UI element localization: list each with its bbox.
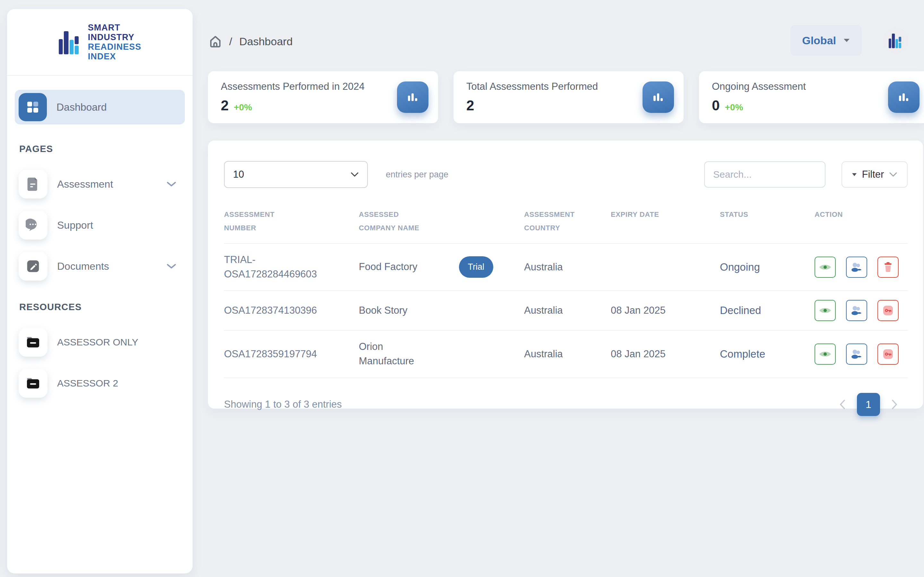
support-chat-icon (19, 211, 47, 240)
stat-delta: +0% (725, 102, 743, 113)
column-header: ACTION (814, 208, 908, 221)
logo-line: READINESS (88, 42, 142, 52)
sidebar-nav: Dashboard PAGES Assessment (7, 76, 192, 401)
avatar[interactable] (883, 27, 909, 53)
manage-users-button[interactable] (846, 256, 867, 278)
search-input[interactable] (704, 161, 825, 188)
expiry-cell: 08 Jan 2025 (611, 305, 720, 316)
sidebar-item-label: ASSESSOR ONLY (57, 337, 138, 348)
home-icon[interactable] (208, 35, 222, 48)
table-row: TRIAL-OSA1728284469603 Food Factory Tria… (224, 244, 908, 291)
breadcrumb-page[interactable]: Dashboard (239, 35, 292, 48)
sidebar-item-assessor-2[interactable]: ASSESSOR 2 (15, 366, 185, 401)
users-icon (851, 349, 863, 359)
column-header[interactable]: ASSESSED COMPANY NAME (359, 208, 524, 235)
documents-pencil-icon (19, 252, 47, 280)
assessment-file-icon (19, 170, 47, 198)
entries-per-page-select[interactable]: 10 (224, 161, 368, 188)
status-cell: Declined (720, 305, 814, 317)
sidebar-item-assessor-only[interactable]: ASSESSOR ONLY (15, 325, 185, 360)
column-header[interactable]: EXPIRY DATE (611, 208, 720, 221)
pagination: 1 (839, 393, 898, 416)
page-1-button[interactable]: 1 (857, 393, 880, 416)
stat-cards: Assessments Performed in 2024 2 +0% Tota… (208, 71, 924, 123)
table-controls: 10 entries per page Filter (224, 161, 908, 188)
company-name: Orion Manufacture (359, 340, 439, 369)
manage-users-button[interactable] (846, 343, 867, 365)
view-button[interactable] (814, 343, 836, 365)
entries-per-page-label: entries per page (386, 170, 448, 180)
bar-chart-icon (397, 81, 428, 113)
company-name: Food Factory (359, 260, 418, 274)
view-button[interactable] (814, 256, 836, 278)
stat-value: 2 (466, 98, 474, 114)
chevron-down-icon[interactable] (166, 181, 176, 187)
company-cell: Book Story (359, 303, 524, 318)
table-footer: Showing 1 to 3 of 3 entries 1 (224, 393, 908, 416)
company-name: Book Story (359, 303, 408, 318)
column-header[interactable]: STATUS (720, 208, 814, 221)
stat-card-ongoing: Ongoing Assessment 0 +0% (699, 71, 924, 123)
folder-icon (19, 328, 47, 357)
region-selector-label: Global (802, 34, 836, 47)
app-logo: SMART INDUSTRY READINESS INDEX (7, 9, 192, 76)
row-actions (814, 256, 908, 278)
topbar-right: Global (790, 25, 909, 56)
users-icon (851, 262, 863, 272)
logo-line: INDEX (88, 52, 142, 61)
sidebar-item-label: Assessment (57, 178, 113, 190)
eye-icon (819, 350, 832, 359)
stat-value: 2 (221, 98, 228, 114)
column-header[interactable]: ASSESSMENT NUMBER (224, 208, 359, 235)
filter-button[interactable]: Filter (842, 161, 908, 188)
stat-value: 0 (712, 98, 720, 114)
sidebar-item-label: Dashboard (57, 102, 107, 113)
chevron-down-icon (889, 172, 897, 177)
stat-card-total: Total Assessments Performed 2 (454, 71, 683, 123)
stat-card-2024: Assessments Performed in 2024 2 +0% (208, 71, 438, 123)
avatar-logo-bars-icon (888, 32, 903, 49)
bar-chart-icon (643, 81, 674, 113)
sidebar-item-label: ASSESSOR 2 (57, 378, 118, 389)
chevron-down-icon[interactable] (166, 263, 176, 269)
next-page-icon[interactable] (891, 399, 898, 410)
sidebar-item-label: Documents (57, 260, 109, 272)
bar-chart-icon (888, 81, 919, 113)
assessments-table-card: 10 entries per page Filter ASSESSMENT NU… (208, 140, 923, 409)
key-icon (882, 348, 894, 360)
sidebar-item-support[interactable]: Support (15, 208, 185, 243)
row-actions (814, 343, 908, 365)
key-button[interactable] (877, 343, 899, 365)
sidebar-item-documents[interactable]: Documents (15, 248, 185, 284)
assessment-number-cell: OSA1728359197794 (224, 347, 359, 361)
column-header[interactable]: ASSESSMENT COUNTRY (524, 208, 611, 235)
sidebar-item-assessment[interactable]: Assessment (15, 166, 185, 202)
showing-entries-text: Showing 1 to 3 of 3 entries (224, 399, 342, 410)
trash-icon (883, 262, 893, 272)
sidebar-item-dashboard[interactable]: Dashboard (15, 90, 185, 124)
stat-delta: +0% (234, 102, 252, 113)
previous-page-icon[interactable] (839, 399, 846, 410)
users-icon (851, 305, 863, 316)
trial-badge: Trial (459, 256, 494, 278)
view-button[interactable] (814, 300, 836, 321)
country-cell: Australia (524, 348, 611, 360)
manage-users-button[interactable] (846, 300, 867, 321)
region-selector-button[interactable]: Global (790, 25, 862, 56)
company-cell: Orion Manufacture (359, 340, 524, 369)
filter-label: Filter (862, 169, 884, 180)
delete-button[interactable] (877, 256, 899, 278)
country-cell: Australia (524, 305, 611, 316)
chevron-down-icon (351, 172, 359, 177)
folder-icon (19, 369, 47, 398)
table-row: OSA1728359197794 Orion Manufacture Austr… (224, 331, 908, 378)
status-cell: Ongoing (720, 261, 814, 273)
dashboard-grid-icon (19, 93, 47, 121)
caret-down-icon (843, 38, 850, 43)
sidebar-section-resources: RESOURCES (19, 302, 180, 313)
key-button[interactable] (877, 300, 899, 321)
eye-icon (819, 263, 832, 272)
company-cell: Food Factory Trial (359, 256, 524, 278)
table-row: OSA1728374130396 Book Story Australia 08… (224, 291, 908, 331)
eye-icon (819, 306, 832, 315)
